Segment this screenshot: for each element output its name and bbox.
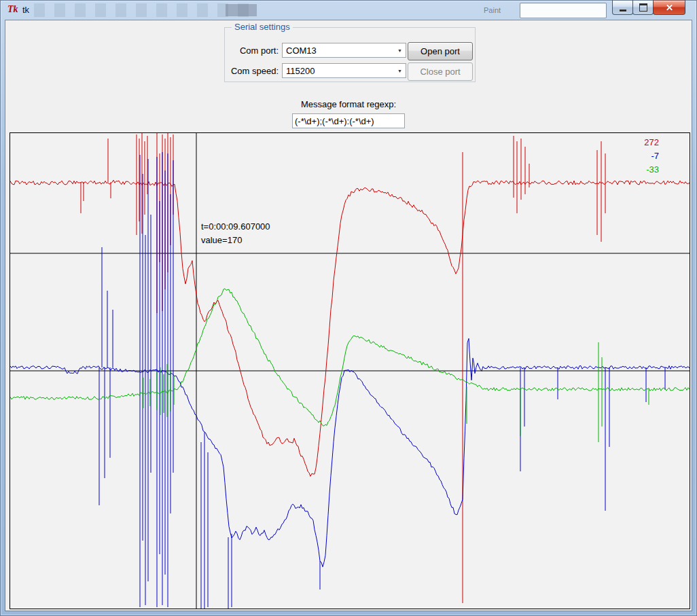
series-blue: [10, 152, 690, 609]
glass-background-text: Paint: [484, 6, 501, 14]
app-window: Tk tk Paint Serial settings Com port: CO…: [0, 0, 697, 616]
minimize-button[interactable]: [612, 0, 633, 15]
regexp-input[interactable]: [292, 113, 405, 128]
com-speed-label: Com speed:: [225, 66, 279, 76]
com-port-value: COM13: [286, 46, 317, 56]
chevron-down-icon[interactable]: ▼: [394, 64, 406, 77]
window-title: tk: [22, 5, 29, 15]
com-speed-combobox[interactable]: 115200 ▼: [282, 63, 406, 78]
open-port-label: Open port: [421, 46, 460, 56]
minimize-icon: [620, 10, 626, 12]
chevron-down-icon[interactable]: ▼: [394, 43, 406, 57]
maximize-button[interactable]: [632, 0, 654, 15]
com-port-label: Com port:: [225, 46, 279, 56]
annotation-text: t=0:00:09.607000: [201, 221, 270, 232]
client-area: Serial settings Com port: COM13 ▼ Open p…: [5, 20, 692, 611]
close-button[interactable]: [653, 0, 685, 15]
com-port-combobox[interactable]: COM13 ▼: [282, 43, 406, 58]
series-green: [10, 289, 690, 442]
glass-background-box: [520, 3, 607, 18]
com-speed-value: 115200: [286, 66, 315, 76]
plot-canvas[interactable]: 272-7-33t=0:00:09.607000value=170: [10, 132, 690, 609]
serial-settings-label: Serial settings: [232, 22, 293, 32]
close-icon: [665, 3, 674, 12]
close-port-button[interactable]: Close port: [408, 62, 473, 81]
legend-value: 272: [644, 137, 659, 147]
annotation-text: value=170: [201, 235, 242, 245]
glass-reflection: [34, 3, 258, 17]
maximize-icon: [639, 3, 647, 12]
legend-value: -33: [646, 164, 659, 175]
open-port-button[interactable]: Open port: [408, 42, 473, 60]
legend-value: -7: [651, 151, 659, 161]
tk-logo-icon[interactable]: Tk: [7, 4, 18, 15]
titlebar[interactable]: Tk tk Paint: [0, 0, 697, 20]
close-port-label: Close port: [420, 67, 460, 77]
plot-svg[interactable]: 272-7-33t=0:00:09.607000value=170: [10, 133, 690, 609]
window-controls: [613, 0, 685, 15]
serial-settings-group: Serial settings Com port: COM13 ▼ Open p…: [224, 27, 476, 82]
glass-reflection-dark: [226, 4, 257, 16]
regexp-label: Message format regexp:: [5, 99, 692, 109]
